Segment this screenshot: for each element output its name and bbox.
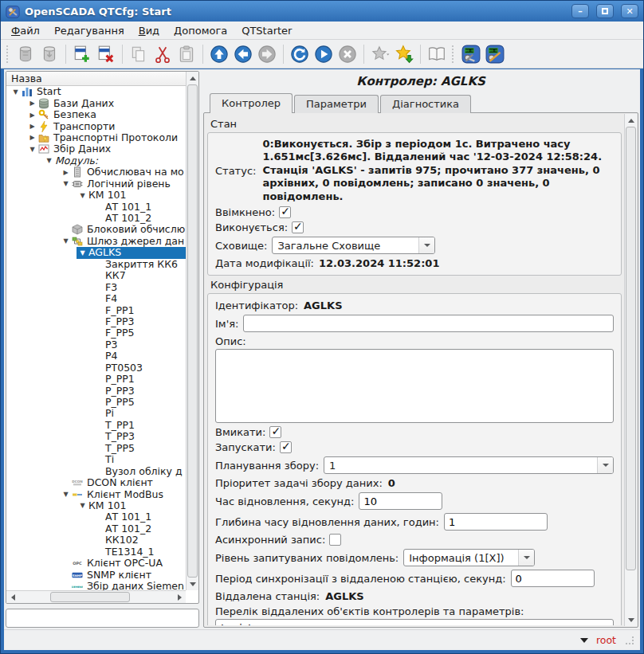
tree-item[interactable]: КК7 [6,270,186,281]
tree-item-body[interactable]: F_PP1 [93,304,186,315]
tree-item[interactable]: SIEMENSЗбір даних Siemen [6,581,186,590]
tree-item[interactable]: ▼Збір Даних [6,143,186,155]
tree-item-body[interactable]: T_PP1 [93,420,186,431]
tree-item-body[interactable]: Вузол обліку д [93,465,186,476]
tree-item-body[interactable]: OPCКлієнт OPC-UA [60,558,186,569]
tree-item-body[interactable]: T_PP5 [93,443,186,454]
current-user[interactable]: root [596,634,616,646]
scrollbar-thumb[interactable] [187,84,198,578]
tree-item[interactable]: АТ 101_2 [6,523,186,535]
chevron-down-icon[interactable] [597,457,613,473]
expander-icon[interactable]: ▶ [60,169,72,176]
maximize-button[interactable] [596,4,614,18]
tab-diagnostics[interactable]: Діагностика [380,95,471,113]
tree-item-body[interactable]: ▼Логічний рівень [60,178,186,190]
tree-item-body[interactable]: ▶Обчислювач на мо [60,166,186,178]
tree-item[interactable]: P3 [6,339,186,350]
expander-icon[interactable]: ▶ [26,100,38,107]
tree-item[interactable]: ▶Бази Даних [6,97,186,108]
tree-item-body[interactable]: КК7 [93,270,186,281]
favorites-add-icon[interactable] [392,42,416,66]
tree-item[interactable]: ▶Безпека [6,109,186,120]
tree-item-body[interactable]: P4 [93,350,186,362]
item-remove-icon[interactable] [94,42,118,66]
manual-icon[interactable] [425,42,449,66]
tree-item-body[interactable]: P_PP3 [93,385,186,396]
to-start-checkbox[interactable] [280,441,292,453]
tree-item[interactable]: F_PP3 [6,316,186,327]
cut-icon[interactable] [151,42,175,66]
form-vertical-scrollbar[interactable] [624,114,637,626]
minimize-button[interactable]: – [571,4,589,18]
restore-time-input[interactable] [359,492,442,510]
tree-item[interactable]: F4 [6,293,186,304]
tree-item[interactable]: ▼Модуль: [6,155,186,166]
tree-item[interactable]: F_PP5 [6,327,186,339]
menu-item[interactable]: Файл [4,22,47,39]
chevron-down-icon[interactable] [518,550,534,566]
tree-item[interactable]: ▼AGLKS [6,247,186,258]
tree-item[interactable]: DCONDCON клієнт [6,477,186,488]
toolbar-handle[interactable] [452,45,456,63]
messages-dropdown-icon[interactable] [580,638,588,647]
tree-item[interactable]: T_PP5 [6,443,186,454]
enabled-checkbox[interactable] [279,206,291,218]
up-icon[interactable] [207,42,231,66]
tree-item-body[interactable]: АТ 101_1 [93,511,186,523]
item-add-icon[interactable] [70,42,94,66]
back-icon[interactable] [231,42,255,66]
tree-item[interactable]: T_PP3 [6,431,186,442]
tree-item-body[interactable]: ▼Збір Даних [26,143,186,155]
tree-item[interactable]: ТЕ1314_1 [6,546,186,558]
tree-item-body[interactable]: F_PP5 [93,327,186,339]
tree-item[interactable]: ▶Обчислювач на мо [6,166,186,178]
tree-item[interactable]: SNMPSNMP клієнт [6,569,186,580]
storage-select[interactable]: Загальне Сховище [272,237,435,254]
close-button[interactable]: ✕ [621,4,638,18]
to-enable-checkbox[interactable] [269,426,281,438]
expander-icon[interactable]: ▼ [26,146,38,153]
expander-icon[interactable]: ▶ [26,134,38,141]
scroll-down-icon[interactable] [187,578,199,590]
tree-item[interactable]: Ті [6,454,186,465]
scroll-up-icon[interactable] [187,72,199,84]
qtstarter-qtcfg-icon[interactable]: 00:0 [483,42,507,66]
tree-item-body[interactable]: ТЕ1314_1 [93,546,186,558]
scroll-left-icon[interactable] [6,591,19,604]
menu-item[interactable]: QTStarter [234,22,299,39]
tree-item[interactable]: ▼КМ 101 [6,500,186,511]
tree-item[interactable]: P_PP1 [6,374,186,385]
tree-item[interactable]: ▼КМ 101 [6,190,186,201]
tree-item[interactable]: АТ 101_1 [6,201,186,212]
tree-item-body[interactable]: Ті [93,454,186,465]
tree-item-body[interactable]: АТ 101_2 [93,213,186,224]
toolbar-handle[interactable] [6,45,10,63]
expander-icon[interactable]: ▶ [26,112,38,119]
tree-item-body[interactable]: SNMPSNMP клієнт [60,569,186,580]
tree-item-body[interactable]: АТ 101_2 [93,523,186,535]
tree-item[interactable]: ▼Клієнт ModBus [6,488,186,499]
async-write-checkbox[interactable] [329,534,341,546]
schedule-combobox[interactable]: 1 [324,456,614,474]
descr-textarea[interactable] [215,349,614,423]
tree-item[interactable]: P_PP3 [6,385,186,396]
tree-item[interactable]: ▶Транспорти [6,120,186,131]
expander-icon[interactable]: ▼ [77,502,88,509]
tree-item[interactable]: T_PP1 [6,420,186,431]
tree-item-body[interactable]: T_PP3 [93,431,186,442]
expander-icon[interactable]: ▼ [77,192,88,199]
tree-item[interactable]: АТ 101_1 [6,511,186,523]
expander-icon[interactable]: ▼ [60,180,72,187]
tree-item-body[interactable]: P_PP5 [93,397,186,408]
tree-item[interactable]: P_PP5 [6,397,186,408]
expander-icon[interactable]: ▼ [43,157,55,164]
mess-lev-select[interactable]: Інформація (1[X]) [403,549,535,566]
tree-horizontal-scrollbar[interactable] [6,590,186,603]
tree-item-body[interactable]: ▼Start [10,86,186,97]
scroll-up-icon[interactable] [625,114,638,127]
tree-item-body[interactable]: ▼КМ 101 [77,500,186,511]
tree-item-body[interactable]: ▼Модуль: [43,155,186,166]
tree-item-body[interactable]: КК102 [93,535,186,546]
expander-icon[interactable]: ▼ [60,237,72,245]
expander-icon[interactable]: ▶ [26,123,38,130]
